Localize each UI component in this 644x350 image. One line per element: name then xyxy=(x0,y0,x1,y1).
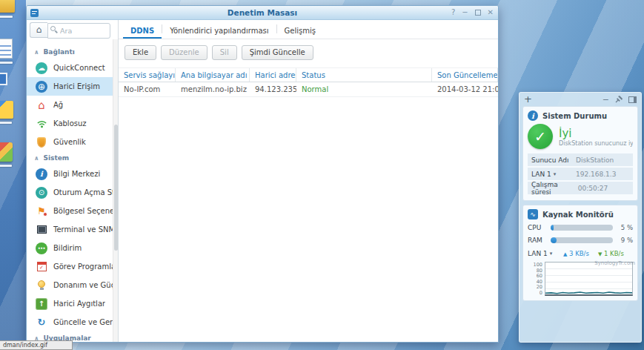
tab-advanced[interactable]: Gelişmiş xyxy=(277,22,323,39)
sidebar-scrollbar[interactable] xyxy=(113,39,118,342)
field-row-lan: LAN 1 ▾ 192.168.1.3 xyxy=(528,168,633,180)
collapse-icon: ∧ xyxy=(34,49,39,56)
status-row: ✓ İyi DiskStation sunucunuz iyi durumda xyxy=(528,124,633,149)
window-titlebar[interactable]: Denetim Masası ? − ✕ xyxy=(27,6,498,20)
home-icon: ⌂ xyxy=(36,24,42,35)
external-devices-icon: ↑ xyxy=(36,298,47,310)
upload-rate: ▲ 3 KB/s xyxy=(563,250,589,257)
download-rate: ▼ 1 KB/s xyxy=(598,250,624,257)
desktop-icon-folder[interactable] xyxy=(0,0,15,18)
sidebar-header: ⌂ xyxy=(27,20,118,39)
sidebar-item-ag[interactable]: ⌂ Ağ xyxy=(27,96,118,114)
info-icon: i xyxy=(528,110,538,121)
chevron-down-icon: ▾ xyxy=(550,251,553,257)
app-icon xyxy=(0,142,13,162)
ram-value: 9 % xyxy=(617,237,633,244)
update-restore-icon: ↻ xyxy=(36,317,47,328)
desktop-icon-label xyxy=(0,122,12,124)
y-tick: 60 xyxy=(528,274,542,279)
sidebar-item-kablosuz[interactable]: Kablosuz xyxy=(27,114,118,133)
minimize-icon[interactable]: − xyxy=(462,7,468,18)
resource-monitor-widget: ∿ Kaynak Monitörü CPU 5 % RAM 9 % LAN 1 … xyxy=(522,205,638,301)
widget-title: Sistem Durumu xyxy=(542,112,607,120)
control-panel-window-icon xyxy=(30,9,39,17)
sidebar-item-terminal-snmp[interactable]: Terminal ve SNMP xyxy=(27,220,118,239)
table-row[interactable]: No-IP.com menzilm.no-ip.biz 94.123.235.7… xyxy=(119,82,498,97)
desktop-icon-shortcut[interactable] xyxy=(0,73,7,85)
sidebar: ⌂ ∧ Bağlantı ☁ QuickConnect xyxy=(27,20,119,342)
help-icon[interactable]: ? xyxy=(451,7,455,18)
sidebar-item-bildirim[interactable]: ⋯ Bildirim xyxy=(27,239,118,257)
sidebar-item-label: Donanım ve Güç xyxy=(53,281,115,289)
sidebar-item-quickconnect[interactable]: ☁ QuickConnect xyxy=(27,59,118,77)
sidebar-item-bilgi-merkezi[interactable]: i Bilgi Merkezi xyxy=(27,165,118,183)
sidebar-item-donanim-ve-guc[interactable]: Donanım ve Güç xyxy=(27,276,118,294)
column-header-hostname[interactable]: Ana bilgisayar adı xyxy=(176,68,250,82)
update-now-button[interactable]: Şimdi Güncelle xyxy=(242,45,313,60)
download-arrow-icon: ▼ xyxy=(598,251,602,257)
check-icon: ✓ xyxy=(534,128,546,145)
desktop-icon-label xyxy=(0,16,13,18)
home-button[interactable]: ⌂ xyxy=(30,22,47,38)
desktop-icon-app[interactable] xyxy=(0,142,13,167)
drive-icon xyxy=(0,101,13,119)
regional-options-icon: ⚑ xyxy=(36,205,47,217)
column-header-external-address[interactable]: Harici adres xyxy=(250,68,296,82)
lan-selector[interactable]: LAN 1 ▾ xyxy=(528,250,556,257)
ram-row: RAM 9 % xyxy=(528,235,633,245)
field-row-server-name: Sunucu Adı DiskStation xyxy=(528,153,633,166)
column-header-provider[interactable]: Servis sağlayıcı xyxy=(119,68,176,82)
field-label: Çalışma süresi xyxy=(531,181,578,196)
dock-panel-icon[interactable] xyxy=(628,96,637,103)
edit-button[interactable]: Düzenle xyxy=(161,45,208,60)
security-shield-icon xyxy=(36,136,47,148)
close-icon[interactable]: ✕ xyxy=(488,7,494,18)
sidebar-item-oturum-acma-stili[interactable]: ⊙ Oturum Açma Stili xyxy=(27,183,118,202)
sidebar-item-label: Güncelle ve Geri Yükle xyxy=(53,318,118,326)
tab-router-configuration[interactable]: Yönlendirici yapılandırması xyxy=(162,22,276,39)
add-widget-button[interactable]: + xyxy=(524,95,532,104)
chart-y-axis: 100 80 60 40 20 0 xyxy=(528,262,542,296)
column-header-status[interactable]: Status xyxy=(296,68,432,82)
field-label: LAN 1 xyxy=(531,171,551,178)
search-input[interactable] xyxy=(47,23,110,39)
sidebar-item-label: Ağ xyxy=(53,101,63,109)
add-button[interactable]: Ekle xyxy=(125,45,156,60)
tab-bar: DDNS Yönlendirici yapılandırması Gelişmi… xyxy=(119,20,498,39)
tab-ddns[interactable]: DDNS xyxy=(123,22,162,39)
sidebar-section-sistem[interactable]: ∧ Sistem xyxy=(27,151,118,165)
delete-button[interactable]: Sil xyxy=(212,45,237,60)
sidebar-item-guncelle-geri-yukle[interactable]: ↻ Güncelle ve Geri Yükle xyxy=(27,313,118,331)
task-scheduler-icon: ✓ xyxy=(36,261,47,273)
lan-row: LAN 1 ▾ ▲ 3 KB/s ▼ 1 KB/s xyxy=(528,248,633,260)
lan-selector[interactable]: LAN 1 ▾ xyxy=(531,171,556,178)
desktop-icon-label xyxy=(0,62,13,64)
watermark: SynologyTr.com xyxy=(594,260,635,266)
sidebar-item-label: QuickConnect xyxy=(53,64,105,72)
ram-bar-fill xyxy=(551,237,557,243)
field-label: Sunucu Adı xyxy=(531,156,569,164)
sidebar-section-baglanti[interactable]: ∧ Bağlantı xyxy=(27,45,118,59)
scrollbar-thumb[interactable] xyxy=(114,125,118,251)
desktop-icon-document[interactable] xyxy=(0,39,13,64)
sidebar-item-label: Bildirim xyxy=(53,244,82,252)
ram-label: RAM xyxy=(528,237,547,244)
desktop-icon-drive[interactable] xyxy=(0,101,13,124)
y-tick: 100 xyxy=(528,262,542,268)
column-header-last-update[interactable]: Son Güncelleme Zamanı xyxy=(432,68,498,82)
maximize-icon[interactable] xyxy=(475,10,481,16)
sidebar-item-harici-aygitlar[interactable]: ↑ Harici Aygıtlar xyxy=(27,294,118,313)
desktop-icon-label xyxy=(0,165,12,167)
resource-monitor-icon: ∿ xyxy=(528,209,538,219)
sidebar-item-bolgesel-secenekler[interactable]: ⚑ Bölgesel Seçenekler xyxy=(27,202,118,220)
clock-dot-icon xyxy=(43,212,47,217)
sidebar-item-gorev-programlayici[interactable]: ✓ Görev Programlayıcı xyxy=(27,257,118,276)
widget-title: Kaynak Monitörü xyxy=(542,211,614,219)
browser-status-bar: dman/index.gif xyxy=(0,340,73,350)
status-detail: DiskStation sunucunuz iyi durumda xyxy=(559,140,633,147)
pin-icon[interactable] xyxy=(615,96,623,103)
sidebar-item-guvenlik[interactable]: Güvenlik xyxy=(27,133,118,151)
field-row-uptime: Çalışma süresi 00:50:27 xyxy=(528,182,633,194)
panel-minimize-icon[interactable]: − xyxy=(602,95,609,105)
sidebar-item-harici-erisim[interactable]: ⊕ Harici Erişim xyxy=(27,77,118,96)
